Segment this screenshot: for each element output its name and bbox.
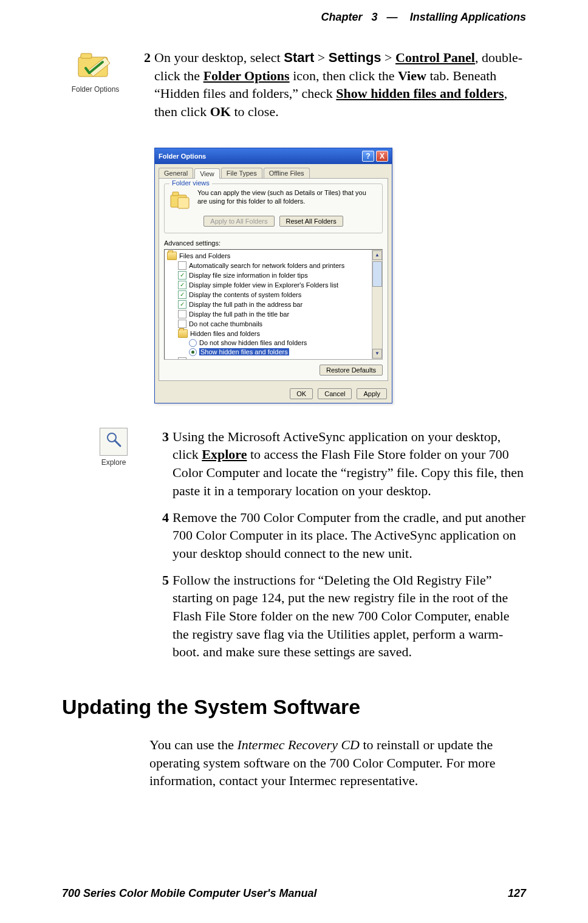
step-3-block: Explore 3Using the Microsoft ActiveSync …	[62, 428, 526, 670]
step-2-text: 2On your desktop, select Start > Setting…	[137, 49, 526, 121]
tree-item[interactable]: ✓Do not cache thumbnails	[167, 319, 380, 329]
help-button[interactable]: ?	[362, 151, 374, 162]
tree-item[interactable]: ✓Display simple folder view in Explorer'…	[167, 280, 380, 290]
step-3-text: 3Using the Microsoft ActiveSync applicat…	[156, 428, 526, 500]
page-number: 127	[508, 887, 526, 900]
tab-general[interactable]: General	[159, 168, 193, 178]
dialog-title: Folder Options	[159, 153, 206, 160]
step-2-block: Folder Options 2On your desktop, select …	[62, 49, 526, 129]
folder-views-icon	[169, 189, 191, 211]
folder-views-legend: Folder views	[169, 179, 212, 187]
step-4-text: 4Remove the 700 Color Computer from the …	[156, 509, 526, 563]
step-3-number: 3	[156, 428, 169, 446]
folder-options-icon-column: Folder Options	[62, 49, 129, 94]
tab-offline-files[interactable]: Offline Files	[264, 168, 310, 178]
tab-file-types[interactable]: File Types	[221, 168, 262, 178]
chapter-separator: —	[387, 11, 398, 23]
scroll-thumb[interactable]	[372, 261, 382, 287]
folder-options-dialog-figure: Folder Options ? X General View File Typ…	[154, 148, 526, 403]
section-body-paragraph: You can use the Intermec Recovery CD to …	[62, 736, 526, 790]
tree-radio-option[interactable]: Do not show hidden files and folders	[167, 338, 380, 348]
apply-to-all-folders-button[interactable]: Apply to All Folders	[203, 216, 274, 227]
advanced-settings-tree[interactable]: Files and Folders ✓Automatically search …	[164, 249, 383, 360]
explore-icon	[100, 428, 128, 456]
chapter-label: Chapter	[321, 11, 362, 23]
tab-view[interactable]: View	[194, 168, 220, 179]
tree-item[interactable]: ✓Display file size information in folder…	[167, 270, 380, 280]
svg-rect-3	[173, 192, 179, 196]
checkbox-icon[interactable]: ✓	[178, 357, 186, 360]
reset-all-folders-button[interactable]: Reset All Folders	[279, 216, 343, 227]
vertical-scrollbar[interactable]: ▲ ▼	[372, 250, 382, 359]
checkbox-icon[interactable]: ✓	[178, 281, 186, 289]
svg-line-6	[115, 441, 120, 446]
view-tab-panel: Folder views You can apply the view (suc…	[159, 178, 388, 381]
apply-button[interactable]: Apply	[357, 388, 387, 399]
dialog-tabbar: General View File Types Offline Files	[155, 164, 392, 178]
cancel-button[interactable]: Cancel	[318, 388, 352, 399]
chapter-title: Installing Applications	[410, 11, 526, 23]
svg-rect-1	[81, 53, 92, 58]
page-footer: 700 Series Color Mobile Computer User's …	[62, 887, 526, 900]
tree-radio-option-selected[interactable]: Show hidden files and folders	[167, 348, 380, 357]
radio-icon[interactable]	[189, 348, 197, 356]
folder-views-text: You can apply the view (such as Details …	[197, 189, 377, 206]
step-4-number: 4	[156, 509, 169, 527]
folder-views-group: Folder views You can apply the view (suc…	[164, 184, 383, 233]
page-header: Chapter 3 — Installing Applications	[321, 11, 526, 24]
chapter-number: 3	[372, 11, 378, 23]
folder-options-icon-label: Folder Options	[62, 85, 129, 94]
tree-item[interactable]: ✓Display the contents of system folders	[167, 290, 380, 300]
folder-options-dialog: Folder Options ? X General View File Typ…	[154, 148, 392, 403]
checkbox-icon[interactable]: ✓	[178, 320, 186, 328]
dialog-titlebar: Folder Options ? X	[155, 148, 392, 164]
close-button[interactable]: X	[376, 151, 388, 162]
radio-icon[interactable]	[189, 339, 197, 347]
folder-icon	[167, 252, 177, 260]
explore-icon-label: Explore	[80, 458, 147, 467]
step-2-number: 2	[137, 49, 151, 67]
step-5-text: 5Follow the instructions for “Deleting t…	[156, 571, 526, 661]
tree-item[interactable]: ✓Hide extensions for known file types	[167, 357, 380, 360]
checkbox-icon[interactable]: ✓	[178, 271, 186, 280]
section-heading: Updating the System Software	[62, 695, 526, 719]
scroll-up-icon[interactable]: ▲	[372, 250, 382, 260]
tree-group: Hidden files and folders	[167, 329, 380, 338]
svg-rect-4	[178, 197, 189, 208]
checkbox-icon[interactable]: ✓	[178, 261, 186, 270]
manual-title: 700 Series Color Mobile Computer User's …	[62, 887, 316, 900]
checkbox-icon[interactable]: ✓	[178, 290, 186, 299]
folder-options-icon	[75, 49, 116, 83]
ok-button[interactable]: OK	[290, 388, 313, 399]
restore-defaults-button[interactable]: Restore Defaults	[320, 365, 383, 376]
tree-item[interactable]: ✓Automatically search for network folder…	[167, 261, 380, 270]
folder-icon	[178, 329, 188, 338]
advanced-settings-label: Advanced settings:	[164, 239, 383, 247]
tree-root: Files and Folders	[167, 251, 380, 261]
step-5-number: 5	[156, 571, 169, 589]
dialog-button-row: OK Cancel Apply	[155, 385, 392, 403]
checkbox-icon[interactable]: ✓	[178, 310, 186, 318]
tree-item[interactable]: ✓Display the full path in the address ba…	[167, 300, 380, 309]
explore-icon-column: Explore	[62, 428, 147, 467]
scroll-down-icon[interactable]: ▼	[372, 349, 382, 359]
tree-item[interactable]: ✓Display the full path in the title bar	[167, 309, 380, 319]
checkbox-icon[interactable]: ✓	[178, 300, 186, 309]
